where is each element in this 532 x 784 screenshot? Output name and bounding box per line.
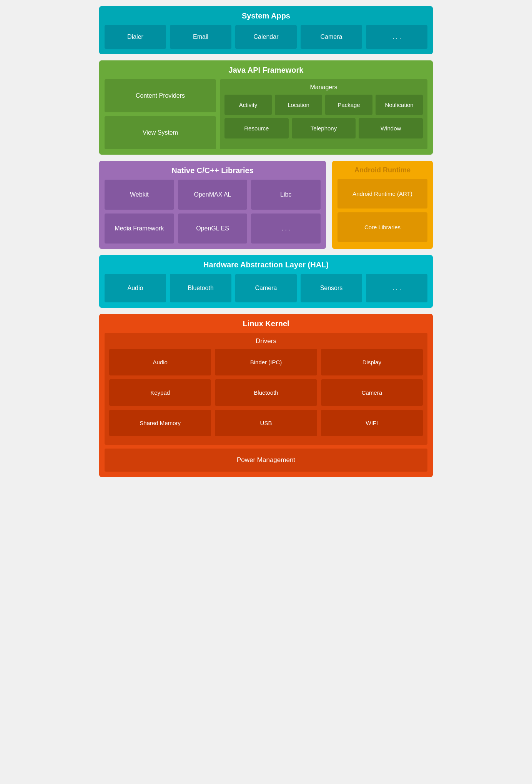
system-apps-title: System Apps bbox=[105, 12, 427, 20]
list-item: Calendar bbox=[235, 25, 297, 49]
android-runtime-title: Android Runtime bbox=[337, 166, 427, 174]
system-apps-section: System Apps Dialer Email Calendar Camera… bbox=[99, 6, 433, 54]
linux-kernel-title: Linux Kernel bbox=[105, 319, 427, 328]
managers-grid: Activity Location Package Notification R… bbox=[224, 95, 423, 138]
list-item: Dialer bbox=[105, 25, 166, 49]
drivers-box: Drivers Audio Binder (IPC) Display Keypa… bbox=[105, 333, 427, 445]
hal-items-row: Audio Bluetooth Camera Sensors . . . bbox=[105, 274, 427, 302]
list-item: Camera bbox=[235, 274, 297, 302]
managers-row-1: Activity Location Package Notification bbox=[224, 95, 423, 115]
list-item: Window bbox=[359, 118, 423, 138]
list-item: Email bbox=[170, 25, 231, 49]
list-item: Media Framework bbox=[105, 214, 174, 244]
list-item: Camera bbox=[301, 25, 362, 49]
java-api-left-col: Content Providers View System bbox=[105, 79, 216, 149]
list-item: Sensors bbox=[301, 274, 362, 302]
java-api-section: Java API Framework Content Providers Vie… bbox=[99, 60, 433, 155]
list-item: OpenMAX AL bbox=[178, 180, 248, 210]
system-apps-items-row: Dialer Email Calendar Camera . . . bbox=[105, 25, 427, 49]
list-item: Audio bbox=[105, 274, 166, 302]
managers-title: Managers bbox=[224, 84, 423, 91]
list-item: Bluetooth bbox=[170, 274, 231, 302]
view-system-item: View System bbox=[105, 116, 216, 149]
android-architecture-diagram: System Apps Dialer Email Calendar Camera… bbox=[93, 0, 439, 483]
linux-kernel-section: Linux Kernel Drivers Audio Binder (IPC) … bbox=[99, 314, 433, 477]
native-cpp-section: Native C/C++ Libraries Webkit OpenMAX AL… bbox=[99, 161, 326, 249]
java-api-right-col: Managers Activity Location Package Notif… bbox=[220, 79, 427, 149]
list-item: . . . bbox=[251, 214, 321, 244]
list-item: Android Runtime (ART) bbox=[337, 179, 427, 209]
java-api-title: Java API Framework bbox=[105, 66, 427, 75]
list-item: OpenGL ES bbox=[178, 214, 248, 244]
power-management-item: Power Management bbox=[105, 449, 427, 472]
list-item: Webkit bbox=[105, 180, 174, 210]
middle-row: Native C/C++ Libraries Webkit OpenMAX AL… bbox=[99, 161, 433, 249]
list-item: Notification bbox=[376, 95, 423, 115]
list-item: . . . bbox=[366, 274, 427, 302]
android-runtime-items: Android Runtime (ART) Core Libraries bbox=[337, 179, 427, 242]
hal-title: Hardware Abstraction Layer (HAL) bbox=[105, 260, 427, 269]
list-item: Bluetooth bbox=[215, 379, 317, 406]
list-item: Audio bbox=[109, 349, 211, 375]
list-item: Telephony bbox=[292, 118, 356, 138]
native-cpp-title: Native C/C++ Libraries bbox=[105, 166, 321, 175]
drivers-title: Drivers bbox=[109, 337, 423, 345]
list-item: Resource bbox=[224, 118, 289, 138]
java-api-content-row: Content Providers View System Managers A… bbox=[105, 79, 427, 149]
hal-section: Hardware Abstraction Layer (HAL) Audio B… bbox=[99, 255, 433, 308]
list-item: Package bbox=[325, 95, 372, 115]
managers-row-2: Resource Telephony Window bbox=[224, 118, 423, 138]
list-item: Activity bbox=[224, 95, 272, 115]
content-providers-item: Content Providers bbox=[105, 79, 216, 112]
drivers-grid: Audio Binder (IPC) Display Keypad Blueto… bbox=[109, 349, 423, 436]
list-item: Core Libraries bbox=[337, 212, 427, 242]
list-item: Camera bbox=[321, 379, 423, 406]
list-item: Shared Memory bbox=[109, 410, 211, 436]
list-item: Location bbox=[275, 95, 322, 115]
list-item: USB bbox=[215, 410, 317, 436]
native-cpp-grid: Webkit OpenMAX AL Libc Media Framework O… bbox=[105, 180, 321, 244]
list-item: WIFI bbox=[321, 410, 423, 436]
list-item: Libc bbox=[251, 180, 321, 210]
list-item: . . . bbox=[366, 25, 427, 49]
android-runtime-section: Android Runtime Android Runtime (ART) Co… bbox=[332, 161, 433, 249]
list-item: Display bbox=[321, 349, 423, 375]
list-item: Keypad bbox=[109, 379, 211, 406]
list-item: Binder (IPC) bbox=[215, 349, 317, 375]
